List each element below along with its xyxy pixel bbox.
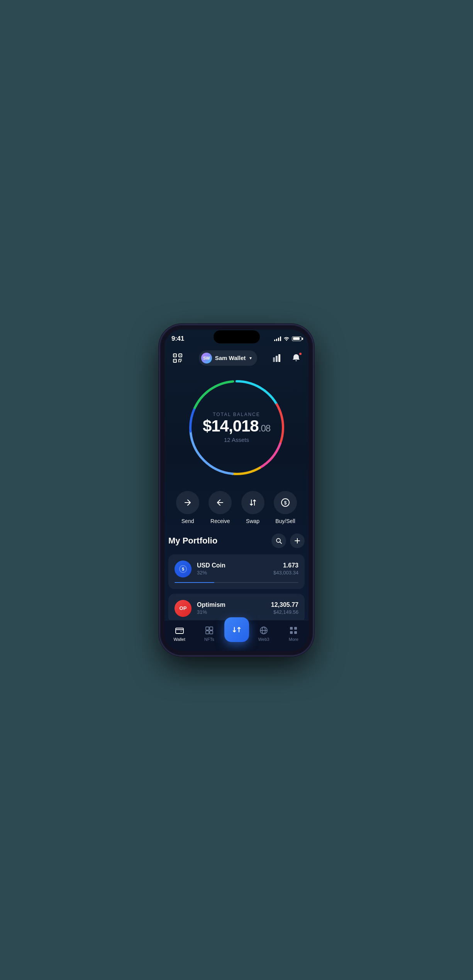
avatar: SW xyxy=(201,353,212,363)
op-pct: 31% xyxy=(197,609,266,615)
chart-icon xyxy=(273,354,282,362)
status-icons xyxy=(274,336,302,342)
nav-web3-label: Web3 xyxy=(258,637,270,642)
usdc-asset-row: $ USD Coin 32% 1.673 $43,003.34 xyxy=(175,560,298,577)
svg-rect-36 xyxy=(290,627,293,630)
add-button[interactable] xyxy=(290,533,305,548)
portfolio-title: My Portfolio xyxy=(168,536,217,546)
nfts-icon xyxy=(205,626,214,635)
nav-wallet-label: Wallet xyxy=(174,637,185,642)
header-right-actions xyxy=(271,351,303,365)
more-icon xyxy=(289,626,298,635)
receive-label: Receive xyxy=(210,518,230,524)
svg-rect-29 xyxy=(206,627,209,630)
portfolio-actions xyxy=(271,533,305,548)
send-label: Send xyxy=(181,518,194,524)
nav-swap-center[interactable] xyxy=(224,617,249,642)
svg-rect-3 xyxy=(175,355,175,356)
usdc-name: USD Coin xyxy=(197,562,268,569)
svg-rect-31 xyxy=(206,631,209,634)
svg-line-24 xyxy=(280,542,281,544)
usdc-progress-fill xyxy=(175,582,214,583)
screen: 9:41 xyxy=(161,326,312,655)
usdc-values: 1.673 $43,003.34 xyxy=(273,562,298,576)
svg-rect-30 xyxy=(210,627,213,630)
search-button[interactable] xyxy=(271,533,286,548)
svg-rect-12 xyxy=(278,354,280,362)
send-icon xyxy=(183,498,192,507)
op-asset-row: OP Optimism 31% 12,305.77 $42,149.56 xyxy=(175,600,298,617)
buysell-icon: $ xyxy=(280,498,290,508)
notification-badge xyxy=(298,352,302,356)
battery-fill xyxy=(293,337,300,340)
status-time: 9:41 xyxy=(171,335,184,343)
receive-button[interactable]: Receive xyxy=(209,491,232,524)
nav-web3[interactable]: Web3 xyxy=(249,626,279,642)
op-asset-card[interactable]: OP Optimism 31% 12,305.77 $42,149.56 xyxy=(168,594,305,620)
svg-rect-28 xyxy=(176,628,183,634)
portfolio-section: My Portfolio xyxy=(161,533,312,620)
bottom-nav: Wallet NFTs xyxy=(161,620,312,655)
op-info: Optimism 31% xyxy=(197,601,266,615)
send-button[interactable]: Send xyxy=(176,491,199,524)
balance-circle: TOTAL BALANCE $14,018.08 12 Assets xyxy=(183,374,291,482)
nav-more-label: More xyxy=(289,637,298,642)
plus-icon xyxy=(294,538,300,544)
usdc-progress-bar xyxy=(175,582,298,583)
balance-section: TOTAL BALANCE $14,018.08 12 Assets xyxy=(161,370,312,482)
search-icon xyxy=(276,538,282,544)
usdc-amount: 1.673 xyxy=(273,562,298,569)
swap-button[interactable]: Swap xyxy=(241,491,264,524)
op-icon: OP xyxy=(175,600,192,617)
dynamic-island xyxy=(214,330,260,343)
swap-label: Swap xyxy=(246,518,259,524)
svg-rect-39 xyxy=(294,631,297,634)
chevron-down-icon: ▾ xyxy=(249,355,252,361)
account-selector[interactable]: SW Sam Wallet ▾ xyxy=(199,350,257,366)
wallet-icon xyxy=(175,626,184,635)
usdc-icon: $ xyxy=(175,560,192,577)
usdc-info: USD Coin 32% xyxy=(197,562,268,576)
swap-center-icon xyxy=(231,624,242,635)
phone-frame: 9:41 xyxy=(161,326,312,655)
swap-icon xyxy=(249,498,257,507)
nav-nfts-label: NFTs xyxy=(204,637,214,642)
svg-rect-10 xyxy=(273,357,275,362)
op-usd: $42,149.56 xyxy=(271,609,298,615)
signal-icon xyxy=(274,336,281,341)
nav-more[interactable]: More xyxy=(279,626,309,642)
account-name: Sam Wallet xyxy=(215,355,246,361)
svg-rect-32 xyxy=(210,631,213,634)
notifications-button[interactable] xyxy=(289,351,303,365)
svg-rect-38 xyxy=(290,631,293,634)
assets-count: 12 Assets xyxy=(203,436,270,443)
usdc-usd: $43,003.34 xyxy=(273,570,298,576)
balance-amount: $14,018.08 xyxy=(203,417,270,435)
svg-rect-37 xyxy=(294,627,297,630)
portfolio-header: My Portfolio xyxy=(168,533,305,548)
buysell-label: Buy/Sell xyxy=(275,518,295,524)
svg-rect-5 xyxy=(175,360,175,361)
web3-icon xyxy=(259,626,268,635)
svg-text:$: $ xyxy=(284,500,287,506)
buysell-button[interactable]: $ Buy/Sell xyxy=(274,491,297,524)
app-header: SW Sam Wallet ▾ xyxy=(161,346,312,370)
usdc-asset-card[interactable]: $ USD Coin 32% 1.673 $43,003.34 xyxy=(168,554,305,589)
svg-rect-11 xyxy=(276,356,278,362)
op-name: Optimism xyxy=(197,601,266,608)
total-balance-label: TOTAL BALANCE xyxy=(203,412,270,417)
action-buttons: Send Receive Swap xyxy=(161,482,312,533)
op-values: 12,305.77 $42,149.56 xyxy=(271,601,298,615)
svg-text:$: $ xyxy=(182,567,184,571)
svg-rect-4 xyxy=(180,355,181,356)
scan-button[interactable] xyxy=(170,350,185,366)
nav-wallet[interactable]: Wallet xyxy=(164,626,194,642)
chart-button[interactable] xyxy=(271,351,285,365)
nav-nfts[interactable]: NFTs xyxy=(194,626,224,642)
scan-icon xyxy=(173,353,183,363)
receive-icon xyxy=(216,498,224,507)
balance-center: TOTAL BALANCE $14,018.08 12 Assets xyxy=(203,412,270,443)
wifi-icon xyxy=(283,336,290,342)
op-amount: 12,305.77 xyxy=(271,601,298,608)
usdc-pct: 32% xyxy=(197,570,268,576)
